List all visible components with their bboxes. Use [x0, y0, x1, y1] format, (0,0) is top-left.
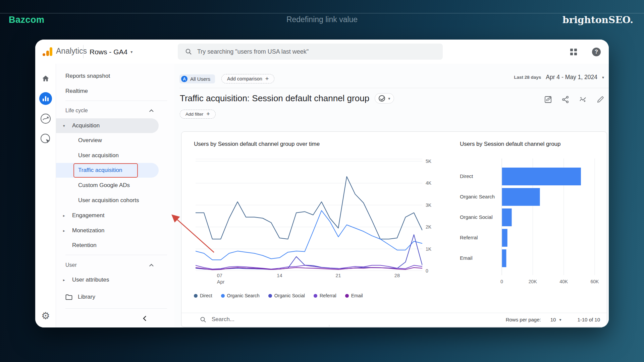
sidebar-item-monetization[interactable]: ▸ Monetization	[56, 223, 174, 238]
y-tick-label: 1K	[426, 246, 431, 252]
bar	[502, 168, 581, 185]
date-preset: Last 28 days	[514, 75, 541, 80]
all-users-label: All Users	[190, 76, 210, 82]
table-search-input[interactable]: Search...	[200, 316, 234, 323]
sidebar-item-user-acquisition-cohorts[interactable]: User acquisition cohorts	[56, 193, 174, 208]
add-comparison-button[interactable]: Add comparison +	[221, 74, 274, 83]
property-name: Rows - GA4	[90, 48, 127, 56]
sidebar-item-realtime[interactable]: Realtime	[56, 84, 174, 99]
caret-down-icon: ▾	[63, 124, 65, 128]
insights-icon[interactable]	[579, 96, 587, 103]
sidebar-item-user-attributes[interactable]: ▸ User attributes	[56, 273, 174, 287]
sidebar-item-library[interactable]: Library	[56, 290, 174, 304]
divider	[179, 88, 609, 88]
chevron-down-icon: ▾	[602, 75, 604, 80]
date-range: Apr 4 - May 1, 2024	[546, 74, 597, 81]
divider	[65, 101, 167, 101]
legend-dot-icon	[268, 294, 272, 298]
legend-label: Organic Search	[227, 293, 260, 298]
section-life-cycle[interactable]: Life cycle	[56, 103, 174, 118]
gear-icon[interactable]: ⚙	[35, 311, 56, 321]
sidebar-item-retention[interactable]: Retention	[56, 238, 174, 253]
chevron-up-icon	[149, 264, 154, 268]
y-tick-label: 2K	[426, 224, 431, 230]
legend-item[interactable]: Referral	[314, 293, 336, 298]
sidebar-item-acquisition[interactable]: ▾ Acquisition	[56, 118, 174, 133]
analytics-window: Analytics Rows - GA4 ▾ Try searching "us…	[35, 40, 609, 327]
property-selector[interactable]: Rows - GA4 ▾	[90, 48, 132, 56]
table-search-placeholder: Search...	[212, 316, 234, 323]
legend-item[interactable]: Organic Search	[221, 293, 260, 298]
date-range-picker[interactable]: Last 28 days Apr 4 - May 1, 2024 ▾	[514, 74, 604, 81]
collapse-sidebar-icon[interactable]	[143, 316, 147, 320]
bar	[502, 229, 507, 247]
folder-icon	[65, 294, 72, 300]
explore-icon[interactable]	[35, 113, 56, 124]
app-bar: Analytics Rows - GA4 ▾ Try searching "us…	[35, 40, 609, 64]
search-icon	[200, 316, 206, 323]
customize-report-icon[interactable]	[544, 96, 552, 103]
svg-text:60K: 60K	[591, 279, 599, 284]
help-icon[interactable]: ?	[592, 48, 601, 56]
chevron-down-icon: ▾	[388, 96, 390, 101]
app-title: Analytics	[56, 47, 87, 56]
all-users-chip[interactable]: A All Users	[179, 74, 215, 83]
segment-avatar: A	[181, 76, 187, 82]
slide-background: Bazcom Redefining link value brightonSEO…	[0, 0, 644, 362]
bar-chart[interactable]: 020K40K60K	[498, 159, 604, 286]
global-search-input[interactable]: Try searching "users from USA last week"	[178, 44, 443, 60]
legend-label: Referral	[320, 293, 336, 298]
check-circle-icon	[379, 95, 385, 102]
sidebar-item-engagement[interactable]: ▸ Engagement	[56, 208, 174, 223]
chevron-up-icon	[149, 109, 154, 114]
annotation-arrow	[169, 213, 216, 255]
x-tick-label: 28	[394, 273, 400, 279]
header-rule	[0, 13, 644, 13]
share-icon[interactable]	[562, 96, 569, 103]
sidebar-item-custom-google-ads[interactable]: Custom Google ADs	[56, 178, 174, 193]
svg-text:0: 0	[500, 279, 503, 284]
page-title: Traffic acquisition: Session default cha…	[180, 93, 369, 104]
line-chart[interactable]	[196, 159, 422, 271]
search-placeholder: Try searching "users from USA last week"	[197, 48, 309, 55]
legend-item[interactable]: Organic Social	[268, 293, 305, 298]
chevron-down-icon: ▾	[130, 50, 132, 54]
line-chart-legend: DirectOrganic SearchOrganic SocialReferr…	[194, 293, 363, 298]
charts-card: Users by Session default channel group o…	[181, 131, 607, 327]
y-tick-label: 4K	[426, 180, 431, 186]
sidebar-nav: Reports snapshot Realtime Life cycle ▾ A…	[56, 64, 174, 327]
y-tick-label: 0	[426, 268, 428, 274]
bar-category-label: Organic Search	[460, 193, 495, 200]
rows-per-page-value[interactable]: 10	[550, 317, 556, 322]
section-user[interactable]: User	[56, 258, 174, 273]
legend-item[interactable]: Email	[345, 293, 363, 298]
chevron-down-icon[interactable]: ▾	[559, 317, 561, 322]
annotation-red-box	[73, 163, 138, 178]
legend-item[interactable]: Direct	[194, 293, 212, 298]
add-filter-button[interactable]: Add filter +	[180, 110, 216, 119]
apps-grid-icon[interactable]	[570, 49, 577, 55]
sidebar-item-user-acquisition[interactable]: User acquisition	[56, 148, 174, 163]
bar-category-label: Referral	[460, 234, 478, 241]
reports-icon[interactable]	[35, 92, 56, 105]
y-tick-label: 3K	[426, 202, 431, 208]
sidebar-item-overview[interactable]: Overview	[56, 133, 174, 148]
advertising-icon[interactable]	[35, 133, 56, 144]
bar-category-label: Email	[460, 255, 473, 261]
sidebar-item-reports-snapshot[interactable]: Reports snapshot	[56, 69, 174, 83]
svg-text:20K: 20K	[529, 279, 537, 284]
divider	[181, 326, 607, 327]
edit-pencil-icon[interactable]	[597, 96, 604, 103]
caret-right-icon: ▸	[63, 229, 65, 233]
data-quality-badge[interactable]: ▾	[375, 93, 394, 104]
table-toolbar: Search... Rows per page: 10 ▾ 1-10 of 10	[181, 313, 607, 326]
x-tick-label: 14	[277, 273, 282, 279]
report-main: A All Users Add comparison + Last 28 day…	[174, 64, 609, 327]
icon-rail: ⚙	[35, 64, 56, 327]
line-chart-y-axis: 5K4K3K2K1K0	[426, 159, 440, 271]
x-tick-label: 21	[336, 273, 341, 279]
bar	[502, 249, 506, 267]
home-icon[interactable]	[35, 74, 56, 82]
google-analytics-logo	[43, 47, 53, 56]
bar	[502, 208, 512, 226]
